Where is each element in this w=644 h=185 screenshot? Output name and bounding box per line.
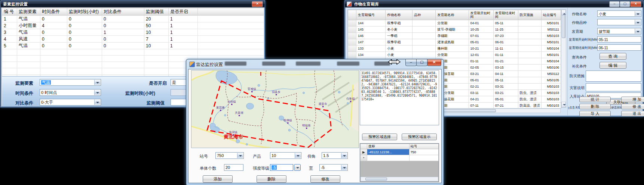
cell[interactable]: 7: [144, 36, 169, 43]
cell[interactable]: M50101: [541, 39, 561, 46]
cell[interactable]: 防虫、渍涝: [518, 90, 541, 96]
cell[interactable]: [518, 26, 541, 33]
cell[interactable]: [413, 46, 436, 52]
cell[interactable]: 146: [356, 33, 386, 39]
cell[interactable]: 2: [2, 22, 17, 29]
chevron-down-icon[interactable]: [341, 165, 347, 170]
cell[interactable]: 12-01: [469, 52, 493, 58]
cell[interactable]: 1: [102, 29, 144, 36]
cell[interactable]: 07-23: [493, 33, 518, 39]
cell[interactable]: 50: [144, 22, 169, 29]
cell[interactable]: 1: [169, 29, 198, 36]
cell[interactable]: 0: [67, 29, 102, 36]
cell[interactable]: 1: [169, 43, 198, 49]
close-icon[interactable]: ✕: [630, 1, 641, 7]
close-icon[interactable]: ✕: [252, 1, 263, 7]
cell[interactable]: 孕穗期: [436, 33, 469, 39]
table-row[interactable]: 147双季早稻灌浆成熟期05-0106-01M50101: [348, 39, 561, 46]
table-row[interactable]: 145冬小麦拔节-孕穗期10-2511-25M50111: [348, 26, 561, 33]
stage-combo[interactable]: 拔节期: [597, 28, 641, 34]
cell[interactable]: 144: [356, 20, 386, 26]
scrollbar-thumb[interactable]: [562, 15, 565, 38]
cell[interactable]: 拔节-孕穗期: [436, 26, 469, 33]
cell[interactable]: [518, 77, 541, 84]
cell[interactable]: 11-11: [493, 46, 518, 52]
scroll-up-icon[interactable]: [563, 12, 566, 15]
cell[interactable]: 1: [169, 16, 198, 22]
column-header[interactable]: 监测要素: [17, 8, 40, 16]
row-indicator[interactable]: [348, 39, 356, 46]
cell[interactable]: 0: [67, 16, 102, 22]
cell[interactable]: [518, 71, 541, 77]
chevron-down-icon[interactable]: [94, 100, 100, 105]
column-header[interactable]: 发育期开始时间: [469, 10, 493, 20]
cell[interactable]: 4: [2, 36, 17, 43]
cell[interactable]: 03-21: [493, 90, 518, 96]
cell[interactable]: 05-11: [493, 20, 518, 26]
cell[interactable]: [518, 58, 541, 65]
scroll-down-icon[interactable]: [563, 104, 566, 107]
titlebar-monitor[interactable]: 要素监控设置: [1, 1, 265, 7]
cell[interactable]: 05-11: [493, 77, 518, 84]
append-button[interactable]: 增 加: [621, 97, 644, 102]
cell[interactable]: 10-21: [469, 46, 493, 52]
table-row[interactable]: 134小麦分蘖期12-0101-11M50101: [348, 52, 561, 58]
table-row[interactable]: 144双季早稻分蘖期04-0105-11M50101: [348, 20, 561, 26]
cell[interactable]: 05-01: [469, 77, 493, 84]
cell[interactable]: 1: [169, 22, 198, 29]
column-header[interactable]: 发育期名称: [436, 10, 469, 20]
table-row[interactable]: 2小时雨量400501: [2, 22, 264, 29]
map[interactable]: 官滩镇旧县乡马坝镇黄花塘天泉湖铁佛镇观音寺仇集镇明祖陵淮河镇 黄北海市: [191, 70, 359, 148]
cell[interactable]: M50103: [541, 33, 561, 39]
cell[interactable]: 气温: [17, 43, 40, 49]
cell[interactable]: 0: [102, 22, 144, 29]
compare-combo[interactable]: 0-大于: [40, 99, 101, 106]
cell[interactable]: 10-25: [469, 26, 493, 33]
chevron-down-icon[interactable]: [635, 29, 641, 34]
column-header[interactable]: 是否开启: [169, 8, 198, 16]
cell[interactable]: 小时雨量: [17, 22, 40, 29]
column-header[interactable]: 时间条件: [40, 8, 67, 16]
cell[interactable]: 双季早稻: [386, 20, 413, 26]
station-no-combo[interactable]: 750: [215, 152, 244, 159]
minimize-icon[interactable]: –: [405, 59, 417, 66]
chevron-down-icon[interactable]: [94, 80, 100, 85]
add-button[interactable]: 添加: [203, 175, 233, 183]
cell[interactable]: 小麦: [386, 46, 413, 52]
row-indicator[interactable]: [348, 52, 356, 58]
chevron-down-icon[interactable]: [237, 153, 243, 158]
map-canvas[interactable]: 官滩镇旧县乡马坝镇黄花塘天泉湖铁佛镇观音寺仇集镇明祖陵淮河镇 黄北海市: [191, 70, 359, 148]
cell[interactable]: 0: [40, 16, 67, 22]
cell[interactable]: M50103: [541, 96, 561, 103]
cell[interactable]: 双季早稻: [386, 39, 413, 46]
cell[interactable]: 0: [102, 43, 144, 49]
cell[interactable]: 气温: [17, 29, 40, 36]
cell[interactable]: 3: [2, 29, 17, 36]
cell[interactable]: 05-01: [469, 39, 493, 46]
table-row[interactable]: 1气温000201: [2, 16, 264, 22]
titlebar-crop[interactable]: 作物生育期库: [345, 1, 643, 7]
column-header[interactable]: 站号: [409, 144, 438, 149]
cell[interactable]: 07-11: [469, 103, 493, 109]
coords-textarea[interactable]: 31491.0172034571, 909914.111775410, 6345…: [360, 70, 439, 125]
cell[interactable]: M50103: [541, 84, 561, 90]
cell[interactable]: [518, 39, 541, 46]
time-combo[interactable]: 0 时间点: [40, 89, 101, 96]
cell[interactable]: M50105: [541, 77, 561, 84]
cell[interactable]: 07-01: [469, 33, 493, 39]
cell[interactable]: 03-15: [493, 65, 518, 71]
chevron-down-icon[interactable]: [94, 90, 100, 95]
cell[interactable]: 防虫、渍涝: [518, 96, 541, 103]
elevation-combo[interactable]: 1.5: [322, 152, 348, 159]
cell[interactable]: 0: [67, 22, 102, 29]
cell[interactable]: 11-25: [493, 26, 518, 33]
area-grid[interactable]: 坐标站号 ▶ -45122.12238... 750 *: [360, 143, 439, 182]
cell[interactable]: 0: [102, 16, 144, 22]
cell[interactable]: [518, 84, 541, 90]
cell[interactable]: [413, 26, 436, 33]
horizontal-scrollbar[interactable]: [361, 177, 438, 181]
cell[interactable]: M50101: [541, 20, 561, 26]
cell[interactable]: 03-31: [493, 84, 518, 90]
cell[interactable]: 分蘖期: [436, 20, 469, 26]
cell[interactable]: 07-21: [493, 103, 518, 109]
